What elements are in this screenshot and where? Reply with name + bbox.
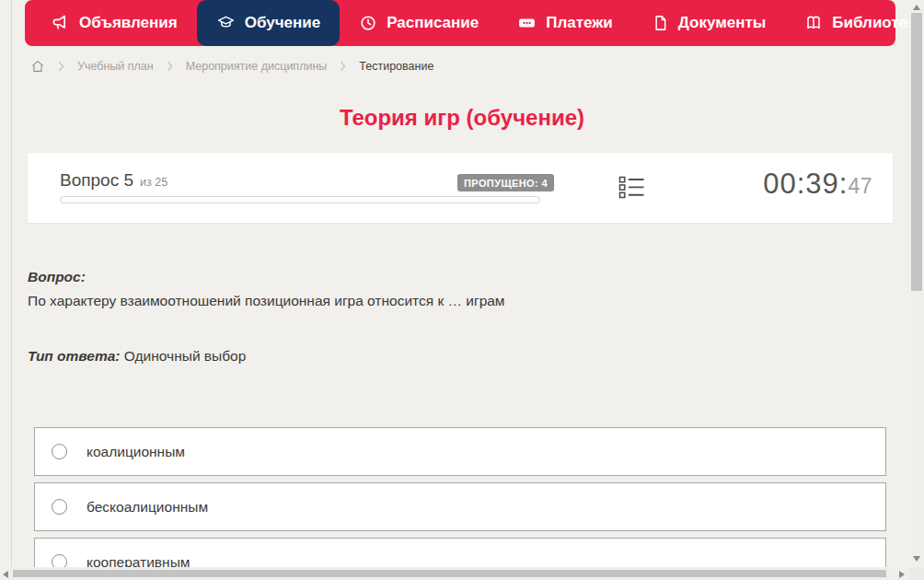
question-label: Вопрос: [28, 269, 86, 285]
timer-seconds: 47 [848, 174, 872, 198]
nav-item-announcements[interactable]: Объявления [32, 0, 197, 46]
horizontal-scrollbar[interactable] [0, 567, 924, 580]
left-border-line [11, 0, 12, 568]
scroll-left-arrow-icon[interactable] [3, 571, 8, 578]
horizontal-scrollbar-thumb[interactable] [13, 570, 886, 577]
breadcrumb-item-testing: Тестирование [359, 60, 433, 73]
radio-button[interactable] [52, 444, 67, 459]
nav-item-label: Платежи [546, 14, 613, 32]
answer-type-value: Одиночный выбор [124, 348, 247, 364]
question-number-label: Вопрос 5 [60, 170, 133, 190]
document-icon [652, 14, 669, 32]
page-title: Теория игр (обучение) [0, 105, 924, 131]
nav-item-documents[interactable]: Документы [632, 0, 786, 46]
answer-type-row: Тип ответа: Одиночный выбор [28, 348, 246, 365]
scrollbar-corner [909, 568, 924, 580]
nav-item-label: Документы [678, 14, 767, 32]
nav-item-schedule[interactable]: Расписание [340, 0, 498, 46]
question-number: Вопрос 5из 25 [60, 170, 167, 191]
vertical-scrollbar[interactable] [909, 0, 924, 568]
megaphone-icon [52, 14, 70, 32]
question-total-label: из 25 [140, 176, 167, 189]
answer-options: коалиционным бескоалиционным кооперативн… [34, 427, 886, 580]
breadcrumb-separator-icon [57, 61, 65, 72]
home-icon[interactable] [30, 59, 45, 74]
answer-type-label: Тип ответа: [28, 348, 121, 364]
nav-item-payments[interactable]: Платежи [498, 0, 632, 46]
scroll-down-arrow-icon[interactable] [913, 556, 920, 562]
nav-item-label: Объявления [79, 14, 178, 32]
graduation-cap-icon [216, 14, 236, 32]
answer-option-2[interactable]: бескоалиционным [34, 482, 886, 531]
breadcrumb-separator-icon [166, 61, 174, 72]
main-navbar: Объявления Обучение Расписание Платежи Д… [25, 0, 895, 46]
breadcrumb-item-discipline-event[interactable]: Мероприятие дисциплины [186, 60, 328, 73]
question-text: По характеру взаимоотношений позиционная… [28, 293, 505, 309]
answer-option-label: бескоалиционным [87, 499, 208, 516]
scroll-right-arrow-icon[interactable] [899, 571, 905, 578]
nav-item-education[interactable]: Обучение [197, 0, 340, 46]
nav-item-label: Обучение [245, 14, 320, 32]
answer-option-label: коалиционным [87, 444, 185, 460]
breadcrumb: Учебный план Мероприятие дисциплины Тест… [30, 57, 433, 75]
banknote-icon [517, 14, 537, 32]
breadcrumb-separator-icon [339, 61, 347, 72]
test-progress-bar [60, 196, 540, 203]
question-list-button[interactable] [618, 176, 645, 203]
timer: 00:39:47 [763, 168, 872, 201]
skipped-badge: ПРОПУЩЕНО: 4 [457, 174, 554, 191]
radio-button[interactable] [52, 499, 67, 515]
nav-item-library[interactable]: Библиотека [785, 0, 924, 46]
answer-option-1[interactable]: коалиционным [34, 427, 886, 476]
question-list-icon [618, 186, 645, 202]
clock-icon [359, 14, 377, 32]
vertical-scrollbar-thumb[interactable] [911, 13, 922, 291]
scroll-up-arrow-icon[interactable] [913, 5, 920, 10]
book-icon [804, 14, 823, 32]
breadcrumb-item-curriculum[interactable]: Учебный план [77, 60, 154, 73]
nav-item-label: Расписание [387, 14, 479, 32]
timer-hours-minutes: 00:39: [763, 168, 848, 200]
question-header-card: Вопрос 5из 25 ПРОПУЩЕНО: 4 00:39:47 [28, 153, 893, 223]
